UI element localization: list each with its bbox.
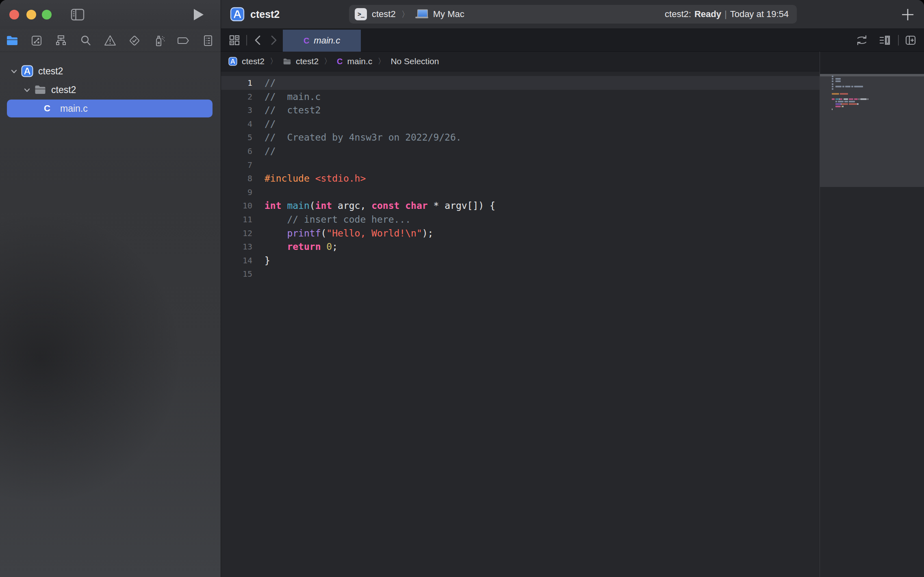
tree-row-ctest2[interactable]: ctest2 (0, 62, 221, 80)
code-text: // ctest2 (265, 103, 321, 117)
tree-row-main.c[interactable]: Cmain.c (0, 99, 221, 118)
code-line-7[interactable]: 7 (221, 158, 820, 172)
disclosure-chevron-icon[interactable] (24, 87, 30, 93)
folder-icon (283, 57, 291, 66)
token-kw: int (315, 200, 332, 211)
navigator-issue-icon[interactable] (104, 34, 117, 47)
tree-row-ctest2[interactable]: ctest2 (0, 80, 221, 99)
minimap-line-5 (835, 86, 842, 87)
scheme-selector[interactable]: >_ ctest2 〉 My Mac (355, 5, 464, 24)
minimap-line-10 (849, 98, 853, 100)
code-line-8[interactable]: 8#include <stdio.h> (221, 171, 820, 185)
code-line-15[interactable]: 15 (221, 267, 820, 281)
minimap-line-12 (842, 103, 848, 105)
code-line-11[interactable]: 11 // insert code here... (221, 213, 820, 226)
token-plain: ); (422, 228, 434, 239)
line-number: 12 (221, 226, 252, 240)
line-number: 14 (221, 254, 252, 267)
minimap-line-13 (835, 106, 841, 107)
minimap-visible-region[interactable] (820, 74, 924, 187)
status-separator: | (724, 9, 727, 20)
code-line-6[interactable]: 6// (221, 144, 820, 158)
code-line-4[interactable]: 4// (221, 117, 820, 131)
line-number: 10 (221, 199, 252, 213)
breadcrumb-item[interactable]: ctest2 (296, 56, 319, 66)
destination-name[interactable]: My Mac (433, 9, 464, 20)
activity-status[interactable]: ctest2: Ready | Today at 19:54 (665, 5, 789, 24)
minimap-line-1 (832, 76, 833, 77)
navigator-symbol-icon[interactable] (54, 34, 67, 47)
token-plain: ; (332, 241, 338, 252)
breadcrumb-separator-icon: 〉 (324, 56, 332, 67)
minimap[interactable] (820, 52, 924, 577)
navigator-debug-icon[interactable] (152, 34, 165, 47)
token-plain: ( (310, 200, 315, 211)
token-string: <stdio.h> (315, 173, 366, 184)
minimap-line-2 (835, 78, 841, 80)
toolbar: ctest2 >_ ctest2 〉 My Mac ctest2: Ready … (221, 0, 924, 29)
related-items-icon[interactable] (228, 34, 241, 46)
close-button[interactable] (9, 10, 19, 20)
token-plain: argc, (332, 200, 371, 211)
token-string: "Hello, World!\n" (326, 228, 422, 239)
line-number: 7 (221, 158, 252, 172)
navigator-breakpoint-icon[interactable] (177, 34, 190, 47)
code-line-3[interactable]: 3// ctest2 (221, 103, 820, 117)
editor-options-icon[interactable] (878, 34, 891, 46)
code-line-1[interactable]: 1// (221, 76, 820, 90)
navigator-test-icon[interactable] (128, 34, 141, 47)
code-review-icon[interactable] (856, 34, 868, 46)
code-line-13[interactable]: 13 return 0; (221, 240, 820, 254)
scheme-name[interactable]: ctest2 (372, 9, 396, 20)
breadcrumb-item[interactable]: No Selection (390, 56, 439, 66)
line-number: 5 (221, 130, 252, 144)
navigator-report-icon[interactable] (202, 34, 215, 47)
code-text: // (265, 144, 276, 158)
status-state: Ready (694, 9, 721, 20)
token-comment: // (265, 119, 276, 129)
code-text: #include <stdio.h> (265, 171, 366, 185)
token-comment: // ctest2 (265, 105, 321, 115)
navigator-find-icon[interactable] (79, 34, 92, 47)
back-button[interactable] (252, 34, 264, 46)
line-number: 13 (221, 240, 252, 254)
token-comment: // insert code here... (287, 214, 411, 225)
breadcrumb-item[interactable]: ctest2 (242, 56, 265, 66)
disclosure-chevron-icon[interactable] (11, 68, 17, 75)
breadcrumb-item[interactable]: main.c (347, 56, 373, 66)
token-pfunc: printf (287, 228, 321, 239)
navigator-project-icon[interactable] (6, 34, 19, 47)
chevron-separator-icon: 〉 (401, 9, 410, 20)
token-kw: char (405, 200, 427, 211)
tab-main-c[interactable]: C main.c (283, 30, 361, 52)
source-editor[interactable]: 1//2// main.c3// ctest24//5// Created by… (221, 72, 820, 577)
minimap-current-line-indicator (820, 74, 924, 76)
token-kw: const (371, 200, 399, 211)
token-plain (282, 200, 287, 211)
token-plain (399, 200, 405, 211)
navigator-source-control-icon[interactable] (30, 34, 43, 47)
code-line-14[interactable]: 14} (221, 254, 820, 267)
token-comment: // Created by 4nsw3r on 2022/9/26. (265, 132, 462, 143)
token-comment: // (265, 146, 276, 156)
toggle-sidebar-icon[interactable] (69, 6, 87, 24)
token-plain (310, 173, 315, 184)
token-plain (321, 241, 326, 252)
minimap-line-10 (832, 98, 835, 100)
token-num: 0 (326, 241, 332, 252)
minimize-button[interactable] (26, 10, 36, 20)
minimap-line-11 (835, 101, 837, 102)
add-editor-icon[interactable] (904, 34, 917, 46)
token-plain: * argv[]) { (428, 200, 495, 211)
code-line-5[interactable]: 5// Created by 4nsw3r on 2022/9/26. (221, 130, 820, 144)
run-button[interactable] (189, 6, 206, 24)
library-add-button[interactable] (899, 6, 917, 24)
forward-button[interactable] (267, 34, 280, 46)
code-line-10[interactable]: 10int main(int argc, const char * argv[]… (221, 199, 820, 213)
code-line-12[interactable]: 12 printf("Hello, World!\n"); (221, 226, 820, 240)
code-line-2[interactable]: 2// main.c (221, 90, 820, 104)
code-line-9[interactable]: 9 (221, 185, 820, 199)
minimap-line-13 (842, 106, 843, 107)
zoom-button[interactable] (42, 10, 52, 20)
tabbar-divider (246, 35, 247, 46)
